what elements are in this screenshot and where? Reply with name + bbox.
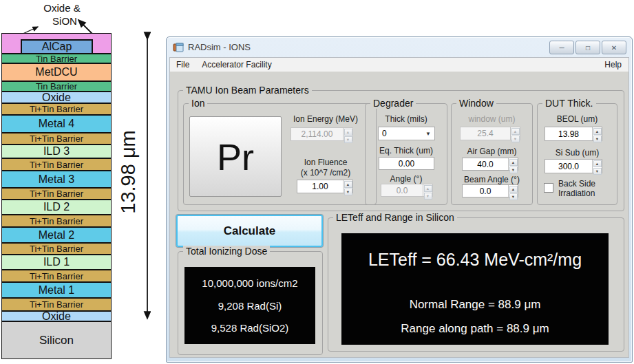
window-um-value: 25.4 xyxy=(461,127,510,140)
beol-spin-buttons[interactable]: ▴▾ xyxy=(592,127,602,140)
window-title: RADsim - IONS xyxy=(188,42,251,52)
stack-layer: ILD 1 xyxy=(1,255,112,270)
stack-layer-alcap: AlCap xyxy=(21,39,93,53)
degrader-group: Degrader Thick (mils) 0 ▼ Eq. Thick (um)… xyxy=(365,103,447,205)
degrader-thick-value: 0 xyxy=(382,129,387,138)
back-side-label-line1: Back Side xyxy=(558,179,595,189)
layer-stack: AlCapTin BarrierMetDCUTin BarrierOxideTi… xyxy=(1,33,112,359)
menu-file[interactable]: File xyxy=(170,58,196,71)
stack-layer: Metal 4 xyxy=(1,115,112,133)
minimize-button[interactable]: ─ xyxy=(549,41,574,54)
radsim-window: RADsim - IONS ─ □ ✕ File Accelerator Fac… xyxy=(166,36,633,363)
spin-down-icon[interactable]: ▾ xyxy=(511,136,520,142)
spin-down-icon[interactable]: ▾ xyxy=(593,168,602,175)
spin-up-icon[interactable]: ▴ xyxy=(593,160,602,167)
stack-layer: Ti+Tin Barrier xyxy=(1,133,112,144)
stack-layer: Ti+Tin Barrier xyxy=(1,158,112,171)
degrader-angle-spin-buttons[interactable]: ▴▾ xyxy=(423,184,432,196)
normal-range-line: Normal Range = 88.9 μm xyxy=(341,298,609,312)
air-gap-label: Air Gap (mm) xyxy=(452,147,532,156)
back-side-label-line2: Irradiation xyxy=(558,189,595,198)
beol-spinner[interactable]: 13.98 ▴▾ xyxy=(545,127,602,141)
degrader-angle-value: 0.0 xyxy=(381,184,423,196)
spin-down-icon[interactable]: ▾ xyxy=(344,136,352,143)
ion-group-title: Ion xyxy=(189,98,207,109)
beol-value: 13.98 xyxy=(545,127,592,140)
leteff-value-line: LETeff = 66.43 MeV-cm²/mg xyxy=(341,250,609,270)
degrader-group-title: Degrader xyxy=(370,98,416,109)
spin-up-icon[interactable]: ▴ xyxy=(511,128,520,135)
beam-angle-spin-buttons[interactable]: ▴▾ xyxy=(508,185,518,197)
ion-fluence-value: 1.00 xyxy=(297,180,343,193)
menu-accelerator-facility[interactable]: Accelerator Facility xyxy=(196,58,277,71)
degrader-eq-thick-field[interactable]: 0.00 xyxy=(379,157,434,170)
maximize-button[interactable]: □ xyxy=(575,41,600,54)
stack-layer: Ti+Tin Barrier xyxy=(1,188,112,200)
beam-angle-value: 0.0 xyxy=(463,185,508,197)
spin-up-icon[interactable]: ▴ xyxy=(509,186,518,193)
beam-angle-label: Beam Angle (°) xyxy=(452,175,532,184)
si-sub-spin-buttons[interactable]: ▴▾ xyxy=(592,160,602,173)
spin-down-icon[interactable]: ▾ xyxy=(509,193,518,200)
si-sub-spinner[interactable]: 300.0 ▴▾ xyxy=(545,159,602,173)
spin-down-icon[interactable]: ▾ xyxy=(344,189,352,195)
tamu-parameters-title: TAMU Ion Beam Parameters xyxy=(183,85,312,96)
ion-energy-spin-buttons[interactable]: ▴▾ xyxy=(343,128,352,140)
window-um-spinner[interactable]: 25.4 ▴▾ xyxy=(460,127,520,140)
spin-down-icon[interactable]: ▾ xyxy=(424,193,432,200)
spin-up-icon[interactable]: ▴ xyxy=(344,129,352,136)
stack-layer: Ti+Tin Barrier xyxy=(1,215,112,227)
degrader-angle-label: Angle (°) xyxy=(366,174,447,184)
stack-layer: Ti+Tin Barrier xyxy=(1,243,112,255)
window-um-spin-buttons[interactable]: ▴▾ xyxy=(510,127,520,140)
degrader-angle-spinner[interactable]: 0.0 ▴▾ xyxy=(381,184,433,197)
ion-fluence-spin-buttons[interactable]: ▴▾ xyxy=(343,180,352,193)
ion-energy-spinner[interactable]: 2,114.00 ▴▾ xyxy=(290,127,353,141)
ion-energy-value: 2,114.00 xyxy=(291,128,343,140)
window-um-label: window (um) xyxy=(452,114,532,124)
stack-layer: Ti+Tin Barrier xyxy=(1,298,112,311)
spin-up-icon[interactable]: ▴ xyxy=(344,181,352,188)
back-side-irradiation-label: Back Side Irradiation xyxy=(558,179,595,198)
spin-down-icon[interactable]: ▾ xyxy=(593,136,602,142)
air-gap-spin-buttons[interactable]: ▴▾ xyxy=(508,158,518,170)
beol-thickness-label: 13.98 μm xyxy=(117,130,140,214)
stack-layer: Tin Barrier xyxy=(1,81,112,92)
stack-layer: Oxide xyxy=(1,311,112,321)
tid-rad-sio2-line: 9,528 Rad(SiO2) xyxy=(211,322,289,334)
stack-layer: Silicon xyxy=(1,321,112,359)
oxide-sion-annotation-line2: SiON xyxy=(10,15,120,27)
menu-help[interactable]: Help xyxy=(598,58,628,71)
beol-stack-diagram: Oxide & SiON AlCapTin BarrierMetDCUTin B… xyxy=(0,0,165,364)
total-ionizing-dose-group: Total Ionizing Dose 10,000,000 ions/cm2 … xyxy=(178,251,323,355)
ion-symbol-button[interactable]: Pr xyxy=(189,116,282,197)
air-gap-value: 40.0 xyxy=(463,158,508,170)
oxide-sion-annotation-line1: Oxide & xyxy=(7,2,117,14)
stack-layer: Tin Barrier xyxy=(1,54,112,63)
degrader-thick-label: Thick (mils) xyxy=(366,114,447,124)
title-bar[interactable]: RADsim - IONS ─ □ ✕ xyxy=(167,37,632,57)
spin-up-icon[interactable]: ▴ xyxy=(509,159,518,166)
stack-layer: Metal 3 xyxy=(1,171,112,188)
spin-up-icon[interactable]: ▴ xyxy=(424,185,432,192)
stack-layer: MetDCU xyxy=(1,63,112,81)
tid-rad-si-line: 9,208 Rad(Si) xyxy=(218,300,282,312)
close-button[interactable]: ✕ xyxy=(602,41,626,54)
dut-thick-group-title: DUT Thick. xyxy=(542,98,596,109)
ion-fluence-label-line2: (x 10^7 /cm2) xyxy=(277,168,374,178)
ion-fluence-spinner[interactable]: 1.00 ▴▾ xyxy=(297,180,353,193)
air-gap-spinner[interactable]: 40.0 ▴▾ xyxy=(462,158,518,171)
degrader-thick-combobox[interactable]: 0 ▼ xyxy=(378,127,435,140)
stack-layer: Ti+Tin Barrier xyxy=(1,270,112,282)
beam-angle-spinner[interactable]: 0.0 ▴▾ xyxy=(462,184,518,197)
leteff-range-display: LETeff = 66.43 MeV-cm²/mg Normal Range =… xyxy=(341,233,609,345)
beol-label: BEOL (um) xyxy=(538,114,617,124)
total-ionizing-dose-title: Total Ionizing Dose xyxy=(183,246,270,257)
calculate-button[interactable]: Calculate xyxy=(176,215,323,247)
si-sub-value: 300.0 xyxy=(545,160,592,173)
back-side-irradiation-checkbox[interactable] xyxy=(544,183,553,193)
spin-down-icon[interactable]: ▾ xyxy=(509,167,518,173)
spin-up-icon[interactable]: ▴ xyxy=(593,128,602,135)
stack-layer: ILD 2 xyxy=(1,200,112,215)
chevron-down-icon: ▼ xyxy=(425,131,431,137)
